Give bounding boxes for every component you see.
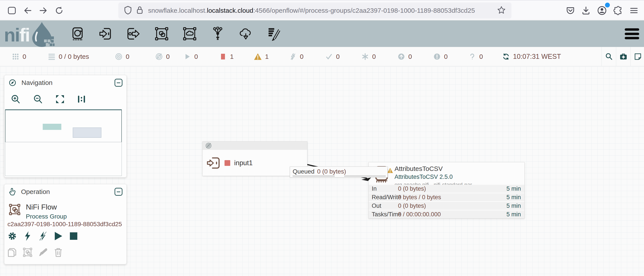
lock-icon[interactable]: [136, 6, 143, 15]
zoom-in-button[interactable]: [10, 94, 20, 105]
birdseye-minimap[interactable]: [5, 109, 122, 176]
nifi-toolbar: nifi: [0, 20, 644, 47]
selected-flow-name: NiFi Flow: [26, 203, 67, 211]
status-disabled: 0: [289, 47, 304, 66]
operation-collapse-button[interactable]: [114, 188, 122, 196]
flow-canvas[interactable]: input1 AttributesToCSV AttributesToCSV 2…: [0, 66, 644, 276]
not-transmitting-icon: [155, 53, 163, 60]
component-palette: [70, 27, 281, 41]
palette-input-port-icon[interactable]: [98, 27, 113, 41]
copy-button[interactable]: [8, 247, 17, 257]
url-bar[interactable]: snowflake.localhost.localstack.cloud:456…: [118, 3, 512, 19]
nifi-app-screen: snowflake.localhost.localstack.cloud:456…: [0, 0, 644, 276]
birdseye-input-port: [43, 124, 61, 130]
palette-remote-process-group-icon[interactable]: [182, 27, 197, 41]
transmitting-icon: [115, 53, 122, 60]
status-stale: 0: [398, 47, 412, 66]
navigation-title: Navigation: [22, 79, 52, 86]
shield-icon[interactable]: [124, 6, 132, 15]
zoom-actual-button[interactable]: [77, 94, 86, 105]
window-icon[interactable]: [5, 4, 19, 18]
queued-list-icon: [48, 53, 56, 60]
refresh-icon[interactable]: [502, 53, 510, 60]
navigation-panel: Navigation: [4, 75, 126, 178]
process-group-icon: [9, 203, 20, 216]
queued-text: Queued: [293, 168, 314, 175]
processor-component[interactable]: AttributesToCSV AttributesToCSV 2.5.0 or…: [368, 162, 524, 218]
status-not-transmitting: 0: [155, 47, 170, 66]
stale-up-arrow-icon: [398, 53, 405, 60]
operation-title: Operation: [21, 188, 50, 196]
search-button[interactable]: [602, 47, 616, 66]
birdseye-viewport[interactable]: [5, 109, 122, 142]
stat-row-readwrite: Read/Write 0 bytes / 0 bytes 5 min: [369, 193, 524, 201]
color-button[interactable]: [38, 247, 48, 257]
question-icon: [468, 53, 476, 60]
processor-invalid-warning-icon: [387, 168, 393, 174]
palette-output-port-icon[interactable]: [126, 27, 141, 41]
status-stopped: 1: [219, 47, 234, 66]
disabled-bolt-icon: [289, 53, 296, 60]
extensions-icon[interactable]: [611, 4, 625, 18]
pocket-icon[interactable]: [564, 4, 578, 18]
status-locally-modified-stale: 0: [433, 47, 448, 66]
compass-icon: [9, 79, 16, 86]
input-port-header: [202, 142, 307, 150]
account-badge: [605, 3, 610, 8]
connection-queued-label[interactable]: Queued0 (0 bytes): [290, 167, 388, 178]
navigation-collapse-button[interactable]: [114, 79, 122, 87]
processor-stats-table: In 0 (0 bytes) 5 min Read/Write 0 bytes …: [369, 185, 524, 219]
url-text[interactable]: snowflake.localhost.localstack.cloud:456…: [148, 7, 475, 14]
palette-process-group-icon[interactable]: [154, 27, 169, 41]
back-button[interactable]: [21, 4, 35, 18]
status-sync-failure: 0: [468, 47, 483, 66]
account-icon[interactable]: [595, 4, 609, 18]
palette-processor-icon[interactable]: [70, 27, 85, 41]
navigation-tools: [4, 88, 126, 105]
status-active-threads: 0: [12, 47, 26, 66]
input-port-icon: [206, 157, 220, 169]
palette-flow-download-icon[interactable]: [238, 27, 253, 41]
running-play-icon: [184, 53, 191, 60]
stopped-square-icon: [219, 53, 227, 60]
last-refreshed-time: 10:07:31 WEST: [513, 53, 561, 61]
delete-button[interactable]: [54, 247, 63, 257]
stat-row-tasks: Tasks/Time 0 / 00:00:00.000 5 min: [369, 210, 524, 218]
nifi-global-menu-icon[interactable]: [625, 28, 639, 39]
zoom-out-button[interactable]: [33, 94, 43, 105]
palette-label-icon[interactable]: [266, 27, 281, 41]
threads-icon: [12, 53, 19, 60]
port-not-transmitting-icon: [205, 143, 212, 149]
processor-type-version: AttributesToCSV 2.5.0: [394, 174, 472, 180]
palette-funnel-icon[interactable]: [210, 27, 225, 41]
status-up-to-date: 0: [325, 47, 340, 66]
configure-button[interactable]: [8, 231, 17, 241]
selected-flow-id: c2aa2397-0198-1000-1189-88053df3cd25: [8, 221, 122, 228]
bulletins-button[interactable]: [630, 47, 644, 66]
flow-status-bar: 0 0 / 0 bytes 0 0 0 1: [0, 47, 644, 66]
disable-button[interactable]: [38, 231, 48, 241]
forward-button[interactable]: [36, 4, 50, 18]
status-invalid: 1: [254, 47, 269, 66]
input-port-name: input1: [234, 159, 252, 167]
queue-size-bar: [344, 175, 386, 177]
downloads-icon[interactable]: [579, 4, 593, 18]
port-stopped-status: [224, 160, 230, 166]
processor-name: AttributesToCSV: [394, 165, 472, 173]
bookmark-star-icon[interactable]: [497, 6, 506, 15]
browser-toolbar: snowflake.localhost.localstack.cloud:456…: [0, 0, 644, 20]
check-icon: [325, 53, 333, 60]
stop-button[interactable]: [69, 231, 78, 241]
invalid-warning-icon: [254, 53, 262, 60]
browser-menu-icon[interactable]: [627, 4, 641, 18]
enable-button[interactable]: [23, 231, 32, 241]
status-transmitting: 0: [115, 47, 130, 66]
nifi-logo: nifi: [4, 20, 54, 47]
reload-button[interactable]: [52, 4, 66, 18]
group-button[interactable]: [23, 247, 32, 257]
zoom-fit-button[interactable]: [55, 94, 65, 105]
cluster-health-button[interactable]: [616, 47, 630, 66]
start-button[interactable]: [54, 231, 63, 241]
selected-flow-type: Process Group: [26, 213, 67, 220]
stat-row-in: In 0 (0 bytes) 5 min: [369, 185, 524, 193]
